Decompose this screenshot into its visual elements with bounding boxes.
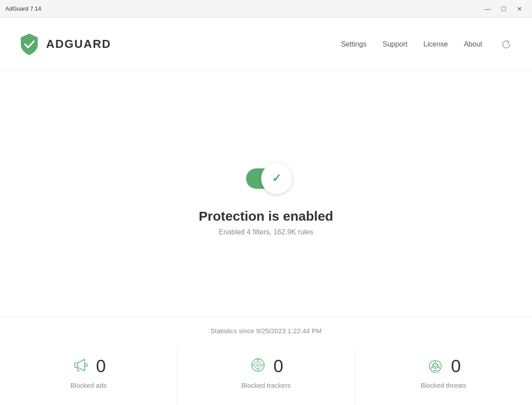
toggle-thumb: ✓ <box>261 163 292 194</box>
blocked-trackers-count: 0 <box>274 356 283 376</box>
refresh-icon <box>501 39 511 49</box>
toggle-wrapper: ✓ <box>235 161 297 196</box>
app-title: AdGuard 7.14 <box>5 5 41 12</box>
refresh-button[interactable] <box>498 36 514 52</box>
stat-card-blocked-threats: 0 Blocked threats <box>355 347 532 405</box>
checkmark-icon: ✓ <box>272 171 282 185</box>
megaphone-icon <box>71 356 90 376</box>
target-icon <box>249 356 267 376</box>
logo: ADGUARD <box>18 33 111 56</box>
maximize-button[interactable]: ☐ <box>497 3 511 15</box>
nav-bar: Settings Support License About <box>341 36 514 52</box>
stats-section: Statistics since 9/25/2023 1:22:44 PM 0 <box>0 317 532 405</box>
stat-icon-row-ads: 0 <box>71 356 106 376</box>
adguard-logo-icon <box>18 33 41 56</box>
biohazard-icon <box>426 356 445 376</box>
stat-card-blocked-trackers: 0 Blocked trackers <box>177 347 355 405</box>
svg-point-2 <box>254 362 262 369</box>
close-button[interactable]: ✕ <box>512 3 527 15</box>
svg-line-12 <box>438 366 440 369</box>
svg-point-0 <box>85 364 87 366</box>
svg-line-13 <box>430 366 432 369</box>
main-content: ✓ Protection is enabled Enabled 4 filter… <box>0 71 532 405</box>
header: ADGUARD Settings Support License About <box>0 18 532 71</box>
blocked-ads-label: Blocked ads <box>70 382 107 389</box>
svg-point-7 <box>257 364 259 366</box>
blocked-trackers-label: Blocked trackers <box>242 382 291 389</box>
minimize-button[interactable]: — <box>481 3 495 15</box>
stat-icon-row-threats: 0 <box>426 356 461 376</box>
protection-toggle[interactable]: ✓ <box>246 168 286 189</box>
stat-icon-row-trackers: 0 <box>249 356 283 376</box>
blocked-ads-count: 0 <box>96 356 106 376</box>
title-bar: AdGuard 7.14 — ☐ ✕ <box>0 0 532 18</box>
protection-section: ✓ Protection is enabled Enabled 4 filter… <box>199 71 333 317</box>
stats-date: Statistics since 9/25/2023 1:22:44 PM <box>0 317 532 335</box>
nav-license[interactable]: License <box>423 39 448 50</box>
nav-about[interactable]: About <box>464 39 482 50</box>
window-controls: — ☐ ✕ <box>481 3 527 15</box>
filter-info: Enabled 4 filters, 162.9K rules <box>219 228 313 236</box>
stat-card-blocked-ads: 0 Blocked ads <box>0 347 177 405</box>
protection-status: Protection is enabled <box>199 209 333 224</box>
nav-support[interactable]: Support <box>383 39 407 50</box>
nav-settings[interactable]: Settings <box>341 39 367 50</box>
blocked-threats-count: 0 <box>451 356 461 376</box>
blocked-threats-label: Blocked threats <box>421 382 466 389</box>
logo-text: ADGUARD <box>46 37 111 51</box>
stats-cards: 0 Blocked ads <box>0 347 532 405</box>
